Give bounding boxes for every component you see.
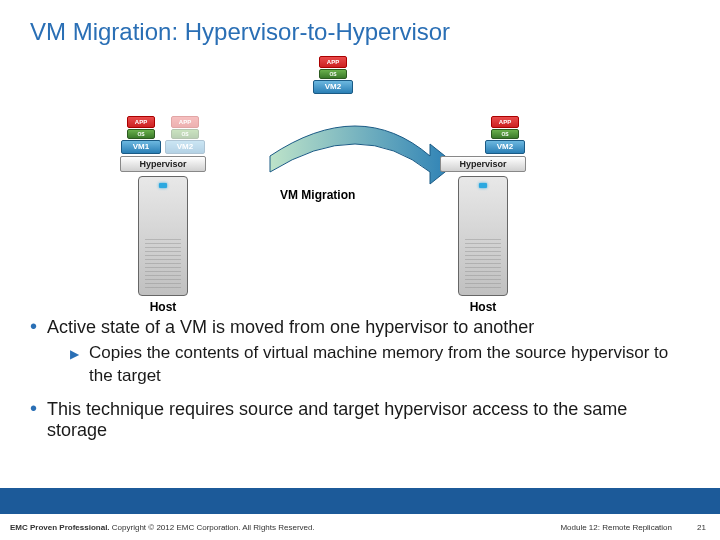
server-icon	[458, 176, 508, 296]
footer-band	[0, 488, 720, 514]
footer-module: Module 12: Remote Replication	[560, 523, 672, 532]
vm2-badge: VM2	[313, 80, 353, 94]
page-title: VM Migration: Hypervisor-to-Hypervisor	[0, 0, 720, 46]
bullet-1-sub-text: Copies the contents of virtual machine m…	[89, 342, 690, 388]
app-badge: APP	[319, 56, 347, 68]
sub-marker-icon: ▶	[70, 346, 79, 362]
os-badge: OS	[127, 129, 155, 139]
bullet-dot-icon: •	[30, 316, 37, 336]
vm2-badge: VM2	[485, 140, 525, 154]
server-icon	[138, 176, 188, 296]
hypervisor-bar: Hypervisor	[440, 156, 526, 172]
bullet-1: • Active state of a VM is moved from one…	[30, 316, 690, 338]
os-badge: OS	[319, 69, 347, 79]
app-badge: APP	[171, 116, 199, 128]
bullet-1-sub: ▶ Copies the contents of virtual machine…	[70, 342, 690, 388]
os-badge: OS	[171, 129, 199, 139]
vm2-badge: VM2	[165, 140, 205, 154]
source-vm2-ghost: APP OS VM2	[164, 116, 206, 154]
target-host-group: APP OS VM2 Hypervisor Host	[440, 116, 526, 314]
host-label: Host	[440, 300, 526, 314]
body-content: • Active state of a VM is moved from one…	[0, 316, 720, 441]
migration-arrow-icon	[260, 116, 460, 196]
source-vm1: APP OS VM1	[120, 116, 162, 154]
vm1-badge: VM1	[121, 140, 161, 154]
os-badge: OS	[491, 129, 519, 139]
footer-left: EMC Proven Professional. Copyright © 201…	[10, 523, 315, 532]
bullet-2-text: This technique requires source and targe…	[47, 399, 690, 441]
footer-copyright: Copyright © 2012 EMC Corporation. All Ri…	[112, 523, 315, 532]
bullet-2: • This technique requires source and tar…	[30, 398, 690, 441]
app-badge: APP	[127, 116, 155, 128]
hypervisor-bar: Hypervisor	[120, 156, 206, 172]
bullet-1-text: Active state of a VM is moved from one h…	[47, 317, 534, 338]
migration-label: VM Migration	[280, 188, 355, 202]
footer-page: 21	[697, 523, 706, 532]
source-host-group: APP OS VM1 APP OS VM2 Hypervisor Host	[120, 116, 206, 314]
footer-brand: EMC Proven Professional.	[10, 523, 110, 532]
host-label: Host	[120, 300, 206, 314]
migration-diagram: APP OS VM2 VM Migration APP OS VM1 APP O…	[0, 56, 720, 316]
bullet-dot-icon: •	[30, 398, 37, 418]
floating-vm2: APP OS VM2	[312, 56, 354, 94]
app-badge: APP	[491, 116, 519, 128]
target-vm2: APP OS VM2	[484, 116, 526, 154]
